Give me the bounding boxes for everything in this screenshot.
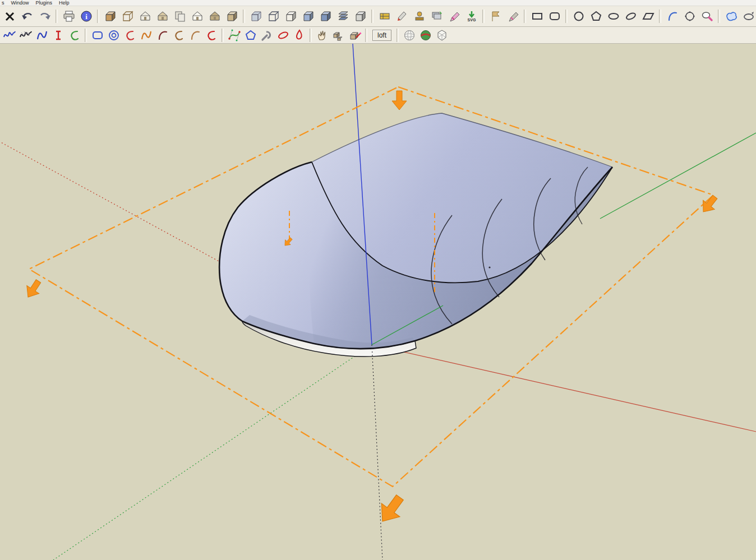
arc-tan-icon[interactable] — [187, 27, 203, 43]
curve-orange-icon[interactable] — [138, 27, 154, 43]
flag-icon[interactable] — [487, 8, 504, 25]
scale-arrow-left[interactable] — [22, 277, 44, 301]
toolbar-separator — [243, 10, 245, 23]
sphere-grid-icon[interactable] — [401, 27, 417, 43]
menu-item-help[interactable]: Help — [59, 0, 70, 6]
open-box-icon[interactable] — [119, 8, 136, 25]
xray-cube-icon[interactable] — [247, 8, 265, 25]
oval-tool-icon[interactable] — [605, 8, 622, 25]
toolbar-separator — [565, 10, 568, 23]
roof-house-icon[interactable] — [206, 8, 223, 25]
marker-pen-icon[interactable] — [504, 8, 522, 25]
toolbar-separator — [97, 10, 99, 23]
ellipse-tool-icon[interactable] — [622, 8, 639, 25]
toolbar-main: iSVG — [0, 6, 756, 27]
ibeam-icon[interactable] — [50, 27, 66, 43]
toolbar-separator — [718, 10, 720, 23]
toolbar-separator — [524, 10, 526, 23]
menu-item-s[interactable]: s — [2, 0, 4, 6]
circle-handles-icon[interactable] — [681, 8, 698, 25]
copy-pages-icon[interactable] — [171, 8, 188, 25]
wireframe-cube-icon[interactable] — [265, 8, 282, 25]
sphere-band-icon[interactable] — [417, 27, 434, 43]
rotate-ellipse-icon[interactable] — [740, 8, 756, 25]
arc-crimson-icon[interactable] — [203, 27, 219, 43]
concentric-circles-icon[interactable] — [105, 27, 122, 43]
ellipse-red-icon[interactable] — [275, 27, 291, 43]
green-axis-negative — [53, 345, 372, 560]
house-outline-icon[interactable] — [188, 8, 206, 25]
stamp-tool-icon[interactable] — [411, 8, 428, 25]
viewport-3d[interactable] — [0, 44, 756, 560]
toolbar-separator — [397, 29, 399, 42]
menu-item-window[interactable]: Window — [11, 0, 29, 6]
ellipse-magnifier-icon[interactable] — [698, 8, 716, 25]
shaded-cube-icon[interactable] — [299, 8, 317, 25]
toolbar-separator — [482, 10, 485, 23]
flatten-layers-icon[interactable] — [428, 8, 445, 25]
toolbar-separator — [659, 10, 661, 23]
toolbar-separator — [85, 29, 87, 42]
package-box-icon[interactable] — [102, 8, 119, 25]
polygon-blue-icon[interactable] — [242, 27, 259, 43]
menu-item-plugins[interactable]: Plugins — [36, 0, 53, 6]
roundrect-blue-icon[interactable] — [89, 27, 105, 43]
textured-cube-icon[interactable] — [317, 8, 334, 25]
toolbar-separator — [371, 10, 374, 23]
print-icon[interactable] — [60, 8, 77, 25]
parallelogram-tool-icon[interactable] — [639, 8, 657, 25]
toolbar-plugins: loft — [0, 27, 756, 44]
toolbar-separator — [56, 10, 58, 23]
close-icon[interactable] — [1, 8, 19, 25]
svg-text:i: i — [85, 12, 87, 21]
red-axis-line — [372, 345, 756, 432]
monochrome-cube-icon[interactable] — [352, 8, 369, 25]
polygon-tool-icon[interactable] — [587, 8, 605, 25]
freehand-curve-icon[interactable] — [1, 27, 17, 43]
pink-eraser-icon[interactable] — [445, 8, 463, 25]
arc-red-icon[interactable] — [122, 27, 138, 43]
arc-brown-icon[interactable] — [170, 27, 187, 43]
scale-arrow-right[interactable] — [698, 192, 721, 216]
layers-stack-icon[interactable] — [334, 8, 352, 25]
menu-bar: sWindowPluginsHelp — [0, 0, 756, 6]
toolbar-separator — [365, 29, 367, 42]
arc-curve-icon[interactable] — [663, 8, 681, 25]
toolbar-separator — [310, 29, 312, 42]
loft-button[interactable]: loft — [372, 30, 391, 41]
edit-box-icon[interactable] — [347, 27, 363, 43]
undo-icon[interactable] — [19, 8, 36, 25]
endpoint-dot — [488, 266, 490, 268]
sandbox-hand-icon[interactable] — [314, 27, 330, 43]
scale-arrow-bottom[interactable] — [374, 491, 409, 528]
wrench-icon[interactable] — [259, 27, 275, 43]
freehand-blue-icon[interactable] — [34, 27, 50, 43]
bezier-edit-icon[interactable] — [226, 27, 242, 43]
loft-surface[interactable] — [219, 113, 612, 357]
hiddenline-cube-icon[interactable] — [282, 8, 299, 25]
polyhedron-icon[interactable] — [434, 27, 450, 43]
teardrop-icon[interactable] — [291, 27, 307, 43]
rounded-rectangle-icon[interactable] — [546, 8, 563, 25]
model-info-icon[interactable]: i — [77, 8, 95, 25]
model-canvas[interactable] — [0, 44, 756, 560]
blue-polygon-icon[interactable] — [722, 8, 740, 25]
house-front-icon[interactable] — [136, 8, 154, 25]
house-tan-icon[interactable] — [154, 8, 171, 25]
green-axis-line — [600, 133, 756, 219]
rectangle-tool-icon[interactable] — [528, 8, 546, 25]
knife-tool-icon[interactable] — [393, 8, 411, 25]
sketchup-window: sWindowPluginsHelp iSVG loft — [0, 0, 756, 560]
redo-icon[interactable] — [36, 8, 53, 25]
svg-export-icon[interactable]: SVG — [463, 8, 480, 25]
toolbar-separator — [222, 29, 224, 42]
arc-green-icon[interactable] — [66, 27, 82, 43]
svg-text:SVG: SVG — [467, 18, 476, 22]
circle-tool-icon[interactable] — [570, 8, 587, 25]
freehand-hatch-icon[interactable] — [17, 27, 34, 43]
curve-dark-icon[interactable] — [154, 27, 170, 43]
detail-boxes-icon[interactable] — [330, 27, 347, 43]
crate-box-icon[interactable] — [223, 8, 241, 25]
scale-arrow-top[interactable] — [392, 91, 407, 110]
measure-box-icon[interactable] — [376, 8, 393, 25]
